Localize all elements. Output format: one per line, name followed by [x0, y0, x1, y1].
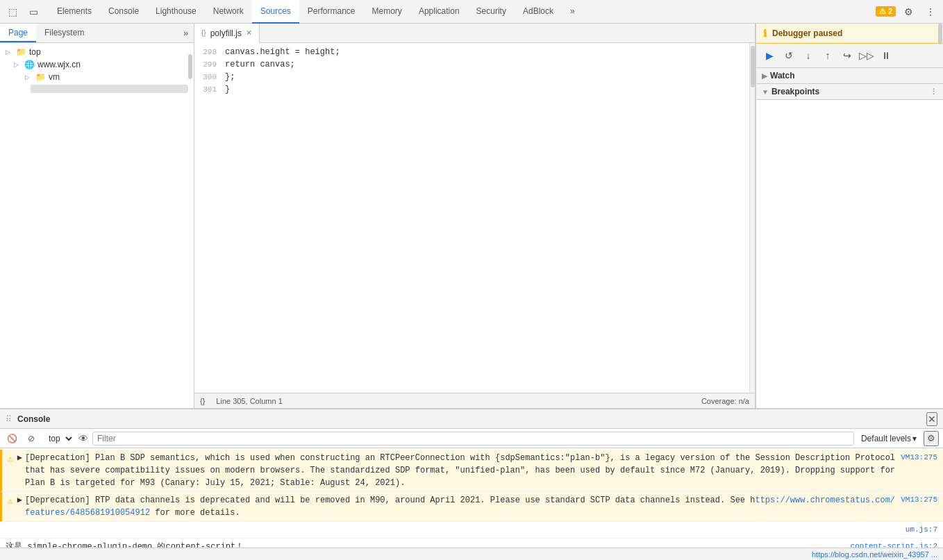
message-source-umjs[interactable]: um.js:7: [906, 524, 937, 536]
tab-elements[interactable]: Elements: [49, 0, 100, 24]
tab-console[interactable]: Console: [100, 0, 147, 24]
console-panel: ⠿ Console ✕ 🚫 ⊘ top 👁 Default levels ▾ ⚙…: [0, 409, 943, 548]
device-toolbar-button[interactable]: ▭: [24, 2, 43, 22]
status-url: https://blog.csdn.net/weixin_43957 ...: [812, 550, 937, 559]
domain-icon: 🌐: [24, 60, 35, 69]
coverage-info: Coverage: n/a: [701, 397, 749, 405]
pause-on-exceptions-button[interactable]: ↺: [780, 46, 798, 65]
editor-tab-polyfilljs[interactable]: {} polyfill.js ✕: [194, 24, 260, 43]
file-type-icon: {}: [201, 29, 206, 37]
sidebar-tab-page[interactable]: Page: [0, 24, 36, 42]
warning-badge: ⚠ 2: [876, 6, 896, 17]
default-levels-button[interactable]: Default levels ▾: [858, 432, 919, 445]
tab-lighthouse[interactable]: Lighthouse: [147, 0, 205, 24]
sidebar-tab-bar: Page Filesystem »: [0, 24, 194, 43]
inspect-element-button[interactable]: ⬚: [3, 2, 22, 22]
info-icon: ℹ: [763, 28, 767, 39]
right-panel-scrollbar-thumb[interactable]: [938, 24, 942, 44]
sources-sidebar: Page Filesystem » ▷ 📁 top ▷ 🌐 www.wjx.cn…: [0, 24, 194, 408]
file-tree-item-blurred[interactable]: [0, 83, 194, 94]
code-editor: {} polyfill.js ✕ 298 canvas.height = hei…: [194, 24, 756, 408]
no-errors-filter[interactable]: ⊘: [24, 431, 39, 446]
console-message-umjs: um.js:7: [0, 522, 943, 538]
tab-performance[interactable]: Performance: [299, 0, 364, 24]
file-tree-item-wwwjx[interactable]: ▷ 🌐 www.wjx.cn: [0, 58, 194, 71]
console-title: Console: [17, 414, 50, 424]
sidebar-scrollbar-thumb[interactable]: [188, 54, 192, 79]
warning-icon-2: ⚠: [8, 495, 13, 509]
console-message-deprecation-1: ⚠ ▶ [Deprecation] Plan B SDP semantics, …: [0, 450, 943, 492]
code-content[interactable]: 298 canvas.height = height; 299 return c…: [194, 43, 755, 393]
folder-expand-icon-2: ▷: [14, 61, 19, 68]
code-line-300: 300 };: [194, 71, 755, 83]
step-button[interactable]: ▷▷: [858, 46, 876, 65]
breakpoints-more-icon[interactable]: ⋮: [930, 87, 937, 96]
console-drag-handle[interactable]: ⠿: [6, 414, 12, 424]
code-lines: 298 canvas.height = height; 299 return c…: [194, 43, 755, 99]
tab-more[interactable]: »: [562, 0, 583, 24]
watch-section-header[interactable]: ▶ Watch: [756, 68, 943, 84]
format-icon[interactable]: {}: [200, 397, 205, 405]
eye-icon[interactable]: 👁: [78, 433, 88, 444]
tab-security[interactable]: Security: [468, 0, 515, 24]
tab-sources[interactable]: Sources: [252, 0, 299, 24]
message-text-1: [Deprecation] Plan B SDP semantics, whic…: [25, 452, 895, 489]
folder-icon-vm: 📁: [35, 72, 46, 82]
line-number-300: 300: [200, 71, 225, 83]
line-code-300: };: [225, 71, 235, 83]
settings-button[interactable]: ⚙: [899, 2, 918, 22]
message-source-contentscript[interactable]: content-script.js:2: [851, 541, 937, 548]
step-out-button[interactable]: ↪: [838, 46, 856, 65]
editor-tab-close[interactable]: ✕: [246, 28, 252, 37]
breakpoints-section-header[interactable]: ▼ Breakpoints ⋮: [756, 84, 943, 100]
deprecation-link[interactable]: ttps://www.chromestatus.com/features/648…: [25, 495, 895, 518]
console-content: ⚠ ▶ [Deprecation] Plan B SDP semantics, …: [0, 448, 943, 548]
right-panel-scrollbar[interactable]: [937, 24, 943, 408]
default-levels-label: Default levels: [861, 434, 911, 443]
code-line-298: 298 canvas.height = height;: [194, 46, 755, 58]
file-tree-label-vm: vm: [49, 72, 60, 82]
file-tree-label-wwwjx: www.wjx.cn: [37, 60, 81, 69]
console-filter-input[interactable]: [92, 432, 854, 446]
console-close-button[interactable]: ✕: [926, 412, 937, 426]
breakpoints-section-label: Breakpoints: [771, 87, 819, 96]
line-number-299: 299: [200, 58, 225, 71]
file-tree-item-vm[interactable]: ▷ 📁 vm: [0, 71, 194, 83]
code-line-299: 299 return canvas;: [194, 58, 755, 71]
sidebar-tab-filesystem[interactable]: Filesystem: [36, 24, 92, 42]
tab-adblock[interactable]: AdBlock: [515, 0, 562, 24]
cursor-position: Line 305, Column 1: [216, 397, 282, 405]
step-into-button[interactable]: ↑: [819, 46, 837, 65]
line-code-301: }: [225, 83, 230, 96]
debugger-paused-label: Debugger paused: [772, 28, 842, 38]
step-over-button[interactable]: ↓: [799, 46, 817, 65]
tab-memory[interactable]: Memory: [364, 0, 410, 24]
console-settings-button[interactable]: ⚙: [924, 431, 939, 446]
message-source-1[interactable]: VM13:275: [901, 452, 937, 464]
right-panel: ℹ Debugger paused ▶ ↺ ↓ ↑ ↪ ▷▷ ⏸ ▶ Watch…: [756, 24, 943, 408]
deactivate-breakpoints-button[interactable]: ⏸: [877, 46, 895, 65]
sources-container: Page Filesystem » ▷ 📁 top ▷ 🌐 www.wjx.cn…: [0, 24, 943, 560]
blurred-item: [31, 85, 188, 93]
context-selector[interactable]: top: [43, 432, 74, 446]
file-tree-item-top[interactable]: ▷ 📁 top: [0, 46, 194, 58]
toolbar-right: ⚠ 2 ⚙ ⋮: [876, 2, 940, 22]
expand-icon-1[interactable]: ▶: [17, 452, 22, 464]
line-number-301: 301: [200, 83, 225, 96]
sidebar-more-button[interactable]: »: [178, 24, 194, 42]
warning-icon-1: ⚠: [8, 452, 13, 466]
message-source-2[interactable]: VM13:275: [901, 494, 937, 506]
code-scrollbar-track[interactable]: [749, 43, 755, 393]
file-tree-label-top: top: [29, 47, 41, 57]
tab-application[interactable]: Application: [410, 0, 468, 24]
more-menu-button[interactable]: ⋮: [921, 2, 940, 22]
message-text-contentscript: 这是 simple-chrome-plugin-demo 的content-sc…: [6, 541, 845, 548]
watch-chevron: ▶: [762, 72, 767, 80]
tab-network[interactable]: Network: [205, 0, 252, 24]
message-text-2: [Deprecation] RTP data channels is depre…: [25, 494, 895, 519]
expand-icon-2[interactable]: ▶: [17, 494, 22, 507]
code-scrollbar-thumb[interactable]: [751, 46, 755, 87]
main-content: Page Filesystem » ▷ 📁 top ▷ 🌐 www.wjx.cn…: [0, 24, 943, 409]
resume-button[interactable]: ▶: [760, 46, 778, 65]
clear-console-button[interactable]: 🚫: [4, 431, 19, 446]
